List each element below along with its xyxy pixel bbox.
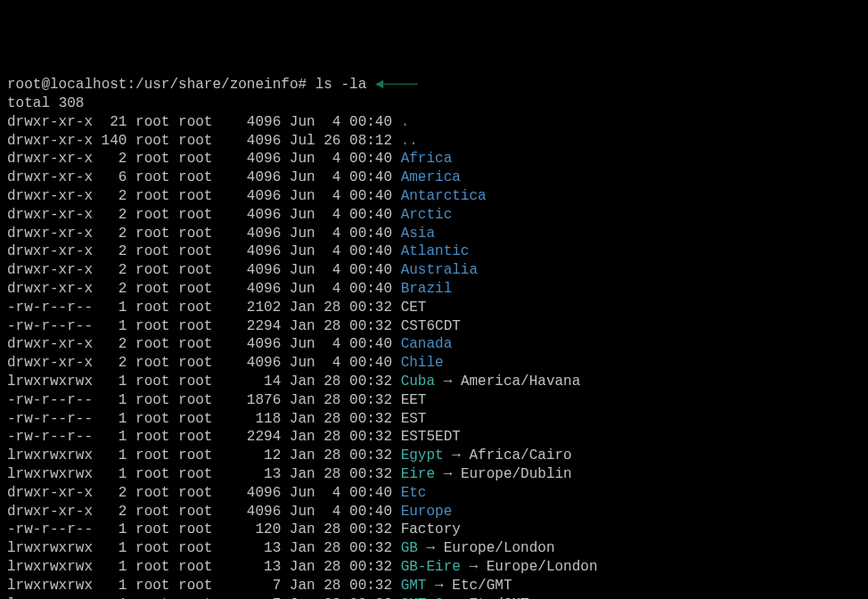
link-count: 1: [93, 428, 127, 447]
owner: root: [135, 484, 178, 503]
size: 7: [221, 595, 281, 600]
link-count: 6: [93, 168, 127, 187]
total-label: total: [7, 95, 50, 111]
listing-row: -rw-r--r--1 rootroot2294 Jan 28 00:32CST…: [7, 317, 861, 336]
entry-name: Chile: [401, 355, 444, 371]
listing-row: drwxr-xr-x2 rootroot4096 Jun 4 00:40Arct…: [7, 206, 861, 225]
group: root: [178, 503, 221, 521]
size: 4096: [221, 150, 281, 168]
owner: root: [135, 280, 178, 299]
link-count: 1: [93, 465, 127, 484]
listing-row: drwxr-xr-x2 rootroot4096 Jun 4 00:40Etc: [7, 484, 861, 503]
owner: root: [135, 391, 178, 410]
perms: lrwxrwxrwx: [7, 595, 93, 600]
date: Jun 4 00:40: [290, 261, 401, 280]
entry-name: Eire: [401, 466, 435, 482]
link-count: 1: [93, 558, 127, 577]
group: root: [178, 150, 221, 168]
entry-name: ..: [401, 133, 418, 149]
owner: root: [135, 317, 178, 336]
perms: drwxr-xr-x: [7, 168, 93, 187]
size: 7: [221, 577, 281, 595]
owner: root: [135, 539, 178, 558]
listing-row: drwxr-xr-x2 rootroot4096 Jun 4 00:40Braz…: [7, 280, 861, 299]
symlink-arrow-icon: →: [469, 559, 478, 575]
date: Jan 28 00:32: [290, 391, 401, 410]
perms: lrwxrwxrwx: [7, 373, 93, 391]
symlink-target: Europe/London: [444, 540, 555, 556]
entry-name: GB: [401, 540, 418, 556]
owner: root: [135, 150, 178, 168]
entry-name: GB-Eire: [401, 559, 461, 575]
size: 4096: [221, 335, 281, 354]
terminal-output[interactable]: root@localhost:/usr/share/zoneinfo# ls -…: [7, 76, 861, 599]
size: 13: [221, 558, 281, 577]
link-count: 1: [93, 317, 127, 336]
listing-row: drwxr-xr-x2 rootroot4096 Jun 4 00:40Anta…: [7, 187, 861, 206]
listing-row: lrwxrwxrwx1 rootroot13 Jan 28 00:32GB → …: [7, 539, 861, 558]
link-count: 1: [93, 373, 127, 391]
perms: drwxr-xr-x: [7, 225, 93, 243]
entry-name: Atlantic: [401, 243, 470, 259]
symlink-arrow-icon: →: [452, 447, 461, 464]
owner: root: [135, 465, 178, 484]
listing-row: drwxr-xr-x2 rootroot4096 Jun 4 00:40Euro…: [7, 503, 861, 521]
listing-row: drwxr-xr-x2 rootroot4096 Jun 4 00:40Aust…: [7, 261, 861, 280]
owner: root: [135, 373, 178, 391]
listing-row: lrwxrwxrwx1 rootroot14 Jan 28 00:32Cuba …: [7, 373, 861, 391]
size: 2294: [221, 317, 281, 336]
owner: root: [135, 428, 178, 447]
group: root: [178, 242, 221, 261]
perms: lrwxrwxrwx: [7, 539, 93, 558]
perms: -rw-r--r--: [7, 317, 93, 336]
date: Jun 4 00:40: [290, 187, 401, 206]
group: root: [178, 521, 221, 539]
listing-row: -rw-r--r--1 rootroot118 Jan 28 00:32EST: [7, 410, 861, 429]
group: root: [178, 225, 221, 243]
size: 4096: [221, 113, 281, 132]
listing-row: lrwxrwxrwx1 rootroot7 Jan 28 00:32GMT → …: [7, 577, 861, 595]
link-count: 2: [93, 484, 127, 503]
date: Jan 28 00:32: [290, 521, 401, 539]
date: Jan 28 00:32: [290, 373, 401, 391]
listing-row: drwxr-xr-x140 rootroot4096 Jul 26 08:12.…: [7, 132, 861, 151]
owner: root: [135, 261, 178, 280]
entry-name: Asia: [401, 226, 435, 242]
owner: root: [135, 354, 178, 373]
group: root: [178, 428, 221, 447]
listing-row: drwxr-xr-x2 rootroot4096 Jun 4 00:40Afri…: [7, 150, 861, 168]
annotation-arrow-icon: ◄────: [375, 77, 418, 93]
perms: drwxr-xr-x: [7, 187, 93, 206]
prompt-symbol: #: [298, 77, 307, 93]
symlink-target: Europe/Dublin: [461, 466, 572, 482]
prompt-line: root@localhost:/usr/share/zoneinfo# ls -…: [7, 77, 418, 93]
owner: root: [135, 113, 178, 132]
command: ls -la: [315, 77, 367, 93]
listing-row: drwxr-xr-x2 rootroot4096 Jun 4 00:40Chil…: [7, 354, 861, 373]
date: Jun 4 00:40: [290, 225, 401, 243]
owner: root: [135, 558, 178, 577]
link-count: 2: [93, 335, 127, 354]
symlink-arrow-icon: →: [452, 596, 461, 600]
listing-row: -rw-r--r--1 rootroot2102 Jan 28 00:32CET: [7, 299, 861, 317]
prompt-user: root: [7, 77, 41, 93]
group: root: [178, 484, 221, 503]
date: Jun 4 00:40: [290, 503, 401, 521]
size: 4096: [221, 280, 281, 299]
owner: root: [135, 521, 178, 539]
entry-name: Etc: [401, 485, 427, 501]
date: Jun 4 00:40: [290, 150, 401, 168]
entry-name: EST: [401, 411, 427, 427]
size: 4096: [221, 225, 281, 243]
link-count: 2: [93, 150, 127, 168]
entry-name: .: [401, 114, 410, 130]
link-count: 2: [93, 503, 127, 521]
listing-row: lrwxrwxrwx1 rootroot12 Jan 28 00:32Egypt…: [7, 447, 861, 465]
link-count: 2: [93, 280, 127, 299]
owner: root: [135, 225, 178, 243]
date: Jun 4 00:40: [290, 113, 401, 132]
link-count: 1: [93, 577, 127, 595]
link-count: 2: [93, 242, 127, 261]
symlink-arrow-icon: →: [435, 578, 444, 594]
group: root: [178, 113, 221, 132]
